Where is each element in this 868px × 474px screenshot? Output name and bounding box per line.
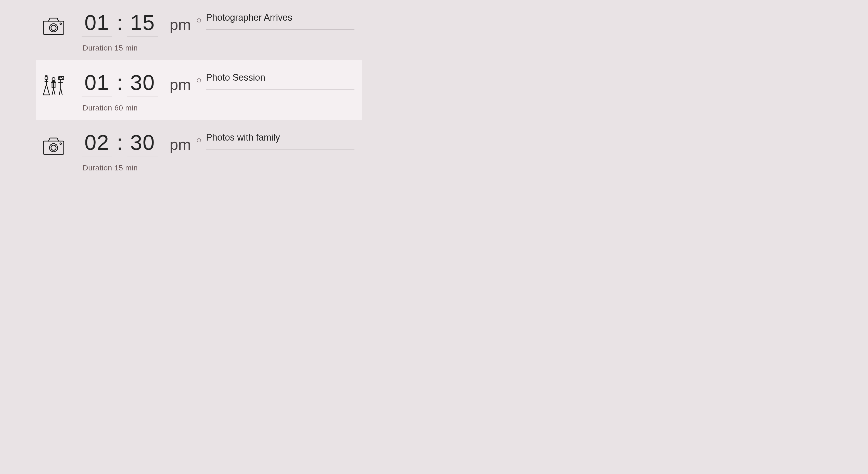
timeline-dot-icon — [197, 18, 201, 23]
minute-input[interactable]: 30 — [127, 130, 158, 156]
event-time-block: 02:30pmDuration 15 min — [79, 130, 186, 172]
timeline-event[interactable]: 01:30pmDuration 60 minPhoto Session — [36, 60, 362, 120]
ampm-toggle[interactable]: pm — [169, 133, 191, 153]
event-duration: Duration 15 min — [82, 164, 186, 172]
event-title-field[interactable]: Photos with family — [206, 132, 354, 149]
timeline-rows: 01:15pmDuration 15 minPhotographer Arriv… — [0, 0, 377, 180]
people-icon — [36, 70, 79, 112]
event-duration: Duration 60 min — [82, 103, 186, 112]
minute-input[interactable]: 30 — [127, 70, 158, 96]
time-colon: : — [117, 131, 123, 156]
camera-icon — [36, 130, 79, 172]
minute-input[interactable]: 15 — [127, 10, 158, 36]
event-title[interactable]: Photos with family — [206, 132, 354, 149]
event-time: 01:15pm — [82, 10, 186, 36]
time-colon: : — [117, 72, 123, 96]
timeline-node — [194, 135, 204, 145]
timeline-dot-icon — [197, 138, 201, 142]
event-duration: Duration 15 min — [82, 43, 186, 52]
hour-input[interactable]: 02 — [82, 130, 112, 156]
ampm-toggle[interactable]: pm — [169, 13, 191, 33]
event-time: 02:30pm — [82, 130, 186, 156]
event-time: 01:30pm — [82, 70, 186, 96]
event-time-block: 01:30pmDuration 60 min — [79, 70, 186, 112]
event-title[interactable]: Photo Session — [206, 72, 354, 90]
timeline-node — [194, 15, 204, 26]
hour-input[interactable]: 01 — [82, 70, 112, 96]
timeline-event[interactable]: 02:30pmDuration 15 minPhotos with family — [36, 120, 362, 180]
event-title-field[interactable]: Photographer Arrives — [206, 12, 354, 30]
timeline-node — [194, 75, 204, 86]
timeline-viewport: 01:15pmDuration 15 minPhotographer Arriv… — [0, 0, 377, 207]
event-title-field[interactable]: Photo Session — [206, 72, 354, 90]
hour-input[interactable]: 01 — [82, 10, 112, 36]
event-time-block: 01:15pmDuration 15 min — [79, 10, 186, 52]
time-colon: : — [117, 12, 123, 36]
timeline-dot-icon — [197, 78, 201, 82]
camera-icon — [36, 10, 79, 52]
event-title[interactable]: Photographer Arrives — [206, 12, 354, 30]
ampm-toggle[interactable]: pm — [169, 73, 191, 93]
timeline-event[interactable]: 01:15pmDuration 15 minPhotographer Arriv… — [36, 0, 362, 60]
